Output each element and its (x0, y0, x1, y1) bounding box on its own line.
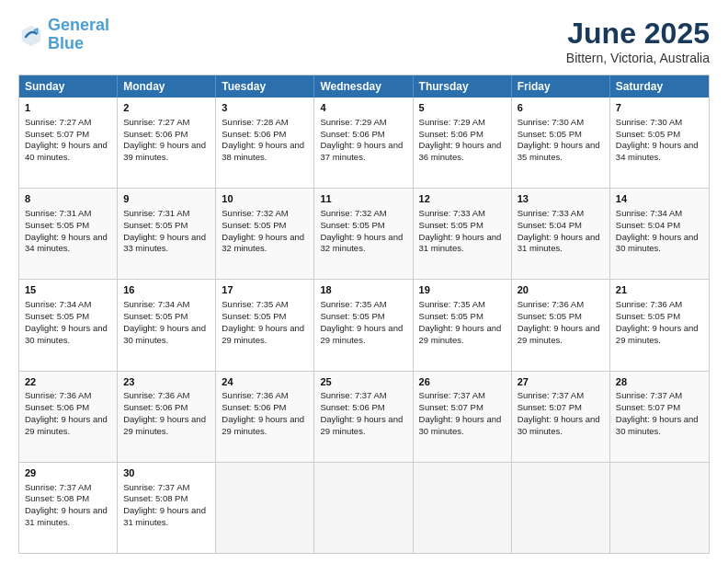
sunset: Sunset: 5:06 PM (320, 129, 384, 139)
day-number: 8 (25, 192, 111, 206)
logo-text: General Blue (48, 17, 109, 53)
daylight: Daylight: 9 hours and 30 minutes. (123, 323, 206, 345)
daylight: Daylight: 9 hours and 31 minutes. (123, 505, 206, 527)
day-number: 27 (518, 375, 604, 389)
day-number: 10 (222, 192, 308, 206)
day-number: 22 (25, 375, 111, 389)
day-number: 18 (320, 283, 406, 297)
sunrise: Sunrise: 7:37 AM (123, 482, 189, 492)
page: General Blue June 2025 Bittern, Victoria… (0, 0, 728, 563)
sunrise: Sunrise: 7:34 AM (616, 208, 682, 218)
sunrise: Sunrise: 7:31 AM (123, 208, 189, 218)
calendar-cell-empty-4-5 (512, 463, 610, 553)
daylight: Daylight: 9 hours and 30 minutes. (616, 232, 699, 254)
calendar-cell-day-9: 9 Sunrise: 7:31 AM Sunset: 5:05 PM Dayli… (118, 189, 216, 279)
day-number: 16 (123, 283, 210, 297)
day-number: 28 (616, 375, 703, 389)
sunrise: Sunrise: 7:36 AM (222, 390, 288, 400)
sunrise: Sunrise: 7:36 AM (616, 299, 682, 309)
calendar-cell-day-24: 24 Sunrise: 7:36 AM Sunset: 5:06 PM Dayl… (216, 372, 314, 462)
sunrise: Sunrise: 7:28 AM (222, 117, 288, 127)
sunset: Sunset: 5:05 PM (123, 220, 188, 230)
sunrise: Sunrise: 7:30 AM (616, 117, 682, 127)
calendar-cell-day-30: 30 Sunrise: 7:37 AM Sunset: 5:08 PM Dayl… (118, 463, 216, 553)
sunset: Sunset: 5:05 PM (419, 220, 483, 230)
calendar-cell-day-15: 15 Sunrise: 7:34 AM Sunset: 5:05 PM Dayl… (19, 280, 118, 370)
sunrise: Sunrise: 7:37 AM (419, 390, 485, 400)
day-number: 24 (222, 375, 308, 389)
logo-icon (18, 22, 44, 48)
day-number: 12 (419, 192, 506, 206)
calendar: Sunday Monday Tuesday Wednesday Thursday… (18, 75, 710, 554)
sunrise: Sunrise: 7:37 AM (616, 390, 682, 400)
logo-blue: Blue (48, 35, 109, 53)
calendar-cell-day-25: 25 Sunrise: 7:37 AM Sunset: 5:06 PM Dayl… (314, 372, 413, 462)
daylight: Daylight: 9 hours and 29 minutes. (222, 323, 304, 345)
calendar-row-4: 22 Sunrise: 7:36 AM Sunset: 5:06 PM Dayl… (19, 371, 709, 462)
calendar-cell-empty-4-3 (314, 463, 413, 553)
sunset: Sunset: 5:05 PM (518, 129, 582, 139)
sunset: Sunset: 5:06 PM (320, 402, 384, 412)
sunset: Sunset: 5:07 PM (419, 402, 483, 412)
day-number: 29 (25, 466, 111, 480)
sunset: Sunset: 5:05 PM (616, 311, 680, 321)
calendar-cell-day-29: 29 Sunrise: 7:37 AM Sunset: 5:08 PM Dayl… (19, 463, 118, 553)
calendar-cell-day-4: 4 Sunrise: 7:29 AM Sunset: 5:06 PM Dayli… (314, 98, 413, 188)
sunset: Sunset: 5:05 PM (222, 311, 286, 321)
header-friday: Friday (512, 75, 610, 98)
daylight: Daylight: 9 hours and 30 minutes. (616, 414, 699, 436)
calendar-cell-day-20: 20 Sunrise: 7:36 AM Sunset: 5:05 PM Dayl… (512, 280, 610, 370)
day-number: 30 (123, 466, 210, 480)
sunrise: Sunrise: 7:37 AM (25, 482, 91, 492)
day-number: 25 (320, 375, 406, 389)
sunrise: Sunrise: 7:36 AM (123, 390, 189, 400)
day-number: 6 (518, 101, 604, 115)
sunrise: Sunrise: 7:32 AM (320, 208, 386, 218)
daylight: Daylight: 9 hours and 29 minutes. (320, 323, 403, 345)
calendar-cell-day-19: 19 Sunrise: 7:35 AM Sunset: 5:05 PM Dayl… (414, 280, 512, 370)
sunset: Sunset: 5:06 PM (222, 402, 286, 412)
daylight: Daylight: 9 hours and 38 minutes. (222, 140, 304, 162)
sunset: Sunset: 5:06 PM (222, 129, 286, 139)
day-number: 11 (320, 192, 406, 206)
header-thursday: Thursday (414, 75, 512, 98)
sunrise: Sunrise: 7:29 AM (419, 117, 485, 127)
day-number: 17 (222, 283, 308, 297)
sunrise: Sunrise: 7:37 AM (320, 390, 386, 400)
sunset: Sunset: 5:04 PM (518, 220, 582, 230)
daylight: Daylight: 9 hours and 36 minutes. (419, 140, 502, 162)
sunrise: Sunrise: 7:36 AM (518, 299, 584, 309)
day-number: 7 (616, 101, 703, 115)
daylight: Daylight: 9 hours and 29 minutes. (320, 414, 403, 436)
sunset: Sunset: 5:07 PM (616, 402, 680, 412)
daylight: Daylight: 9 hours and 39 minutes. (123, 140, 206, 162)
day-number: 14 (616, 192, 703, 206)
sunset: Sunset: 5:05 PM (518, 311, 582, 321)
header-saturday: Saturday (610, 75, 709, 98)
day-number: 23 (123, 375, 210, 389)
daylight: Daylight: 9 hours and 33 minutes. (123, 232, 206, 254)
header-sunday: Sunday (19, 75, 118, 98)
sunrise: Sunrise: 7:30 AM (518, 117, 584, 127)
daylight: Daylight: 9 hours and 32 minutes. (222, 232, 304, 254)
sunrise: Sunrise: 7:27 AM (123, 117, 189, 127)
calendar-row-2: 8 Sunrise: 7:31 AM Sunset: 5:05 PM Dayli… (19, 188, 709, 279)
sunset: Sunset: 5:05 PM (222, 220, 286, 230)
calendar-cell-day-13: 13 Sunrise: 7:33 AM Sunset: 5:04 PM Dayl… (512, 189, 610, 279)
calendar-cell-day-5: 5 Sunrise: 7:29 AM Sunset: 5:06 PM Dayli… (414, 98, 512, 188)
daylight: Daylight: 9 hours and 29 minutes. (419, 323, 502, 345)
sunset: Sunset: 5:05 PM (320, 220, 384, 230)
day-number: 13 (518, 192, 604, 206)
calendar-cell-empty-4-6 (610, 463, 709, 553)
sunrise: Sunrise: 7:34 AM (123, 299, 189, 309)
sunrise: Sunrise: 7:27 AM (25, 117, 91, 127)
day-number: 21 (616, 283, 703, 297)
day-number: 9 (123, 192, 210, 206)
sunrise: Sunrise: 7:34 AM (25, 299, 91, 309)
day-number: 15 (25, 283, 111, 297)
day-number: 20 (518, 283, 604, 297)
day-number: 4 (320, 101, 406, 115)
month-title: June 2025 (566, 17, 710, 51)
calendar-cell-day-16: 16 Sunrise: 7:34 AM Sunset: 5:05 PM Dayl… (118, 280, 216, 370)
sunrise: Sunrise: 7:35 AM (320, 299, 386, 309)
